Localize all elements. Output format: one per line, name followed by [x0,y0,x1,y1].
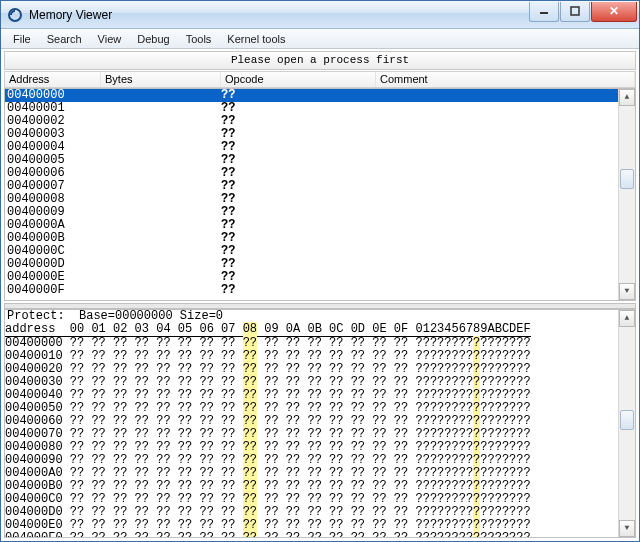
scroll-down-button[interactable]: ▼ [619,520,635,537]
opcode-cell: ?? [221,206,376,219]
menu-file[interactable]: File [5,31,39,47]
bytes-cell [101,102,221,115]
comment-cell [376,219,618,232]
comment-cell [376,141,618,154]
disasm-row[interactable]: 0040000D?? [5,258,618,271]
opcode-cell: ?? [221,141,376,154]
opcode-cell: ?? [221,89,376,102]
comment-cell [376,102,618,115]
comment-cell [376,193,618,206]
bytes-cell [101,180,221,193]
addr-cell: 0040000F [5,284,101,297]
opcode-cell: ?? [221,180,376,193]
opcode-cell: ?? [221,128,376,141]
scroll-thumb[interactable] [620,410,634,430]
comment-cell [376,206,618,219]
hex-pane[interactable]: Protect: Base=00000000 Size=0address 00 … [4,309,636,538]
hex-header: address 00 01 02 03 04 05 06 07 08 09 0A… [5,323,618,337]
bytes-cell [101,219,221,232]
bytes-cell [101,193,221,206]
bytes-cell [101,154,221,167]
disasm-row[interactable]: 0040000C?? [5,245,618,258]
maximize-button[interactable] [560,2,590,22]
comment-cell [376,167,618,180]
opcode-cell: ?? [221,115,376,128]
disasm-row[interactable]: 00400001?? [5,102,618,115]
comment-cell [376,128,618,141]
comment-cell [376,154,618,167]
comment-cell [376,180,618,193]
hex-scrollbar[interactable]: ▲ ▼ [618,310,635,537]
menubar: File Search View Debug Tools Kernel tool… [1,29,639,49]
bytes-cell [101,89,221,102]
opcode-cell: ?? [221,258,376,271]
bytes-cell [101,128,221,141]
disasm-row[interactable]: 00400000?? [5,89,618,102]
opcode-cell: ?? [221,167,376,180]
opcode-cell: ?? [221,245,376,258]
hex-row[interactable]: 004000F0 ?? ?? ?? ?? ?? ?? ?? ?? ?? ?? ?… [5,532,618,537]
bytes-cell [101,258,221,271]
bytes-cell [101,245,221,258]
col-comment[interactable]: Comment [376,72,635,87]
bytes-cell [101,232,221,245]
col-address[interactable]: Address [5,72,101,87]
svg-rect-2 [571,7,579,15]
menu-search[interactable]: Search [39,31,90,47]
disasm-row[interactable]: 00400006?? [5,167,618,180]
titlebar[interactable]: Memory Viewer ✕ [1,1,639,29]
comment-cell [376,245,618,258]
menu-kernel-tools[interactable]: Kernel tools [219,31,293,47]
bytes-cell [101,115,221,128]
disasm-pane[interactable]: 00400000??00400001??00400002??00400003??… [4,88,636,301]
bytes-cell [101,141,221,154]
disasm-row[interactable]: 0040000A?? [5,219,618,232]
comment-cell [376,284,618,297]
memory-viewer-window: Memory Viewer ✕ File Search View Debug T… [0,0,640,542]
bytes-cell [101,271,221,284]
comment-cell [376,271,618,284]
window-title: Memory Viewer [29,8,528,22]
opcode-cell: ?? [221,284,376,297]
minimize-button[interactable] [529,2,559,22]
disasm-row[interactable]: 0040000B?? [5,232,618,245]
disasm-row[interactable]: 00400008?? [5,193,618,206]
opcode-cell: ?? [221,232,376,245]
disasm-row[interactable]: 00400004?? [5,141,618,154]
opcode-cell: ?? [221,271,376,284]
disasm-row[interactable]: 0040000E?? [5,271,618,284]
disasm-header: Address Bytes Opcode Comment [4,71,636,88]
disasm-row[interactable]: 00400002?? [5,115,618,128]
opcode-cell: ?? [221,193,376,206]
close-button[interactable]: ✕ [591,2,637,22]
disasm-row[interactable]: 00400005?? [5,154,618,167]
comment-cell [376,258,618,271]
bytes-cell [101,284,221,297]
opcode-cell: ?? [221,154,376,167]
scroll-thumb[interactable] [620,169,634,189]
bytes-cell [101,167,221,180]
disasm-row[interactable]: 0040000F?? [5,284,618,297]
bytes-cell [101,206,221,219]
menu-debug[interactable]: Debug [129,31,177,47]
status-banner: Please open a process first [4,51,636,70]
comment-cell [376,89,618,102]
menu-view[interactable]: View [90,31,130,47]
disasm-row[interactable]: 00400007?? [5,180,618,193]
menu-tools[interactable]: Tools [178,31,220,47]
scroll-up-button[interactable]: ▲ [619,89,635,106]
comment-cell [376,232,618,245]
col-bytes[interactable]: Bytes [101,72,221,87]
col-opcode[interactable]: Opcode [221,72,376,87]
disasm-row[interactable]: 00400003?? [5,128,618,141]
comment-cell [376,115,618,128]
scroll-down-button[interactable]: ▼ [619,283,635,300]
app-icon [7,7,23,23]
disasm-scrollbar[interactable]: ▲ ▼ [618,89,635,300]
opcode-cell: ?? [221,219,376,232]
disasm-row[interactable]: 00400009?? [5,206,618,219]
scroll-up-button[interactable]: ▲ [619,310,635,327]
opcode-cell: ?? [221,102,376,115]
